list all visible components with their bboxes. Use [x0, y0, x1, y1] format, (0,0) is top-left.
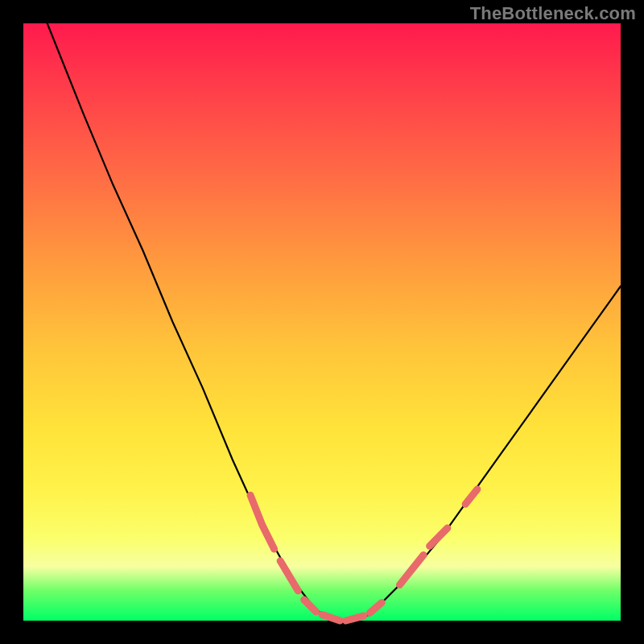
highlight-segment [430, 528, 448, 546]
plot-area [23, 23, 621, 621]
highlight-segment [369, 603, 382, 613]
highlight-group [250, 489, 477, 621]
chart-svg [23, 23, 621, 621]
highlight-segment [346, 616, 364, 621]
highlight-segment [322, 615, 340, 621]
highlight-segment [465, 489, 477, 505]
highlight-segment [280, 561, 298, 591]
highlight-segment [400, 555, 424, 584]
bottleneck-curve-path [47, 23, 621, 621]
highlight-segment [304, 600, 316, 612]
watermark-text: TheBottleneck.com [470, 3, 636, 24]
highlight-segment [250, 495, 275, 549]
chart-frame: TheBottleneck.com [0, 0, 644, 644]
